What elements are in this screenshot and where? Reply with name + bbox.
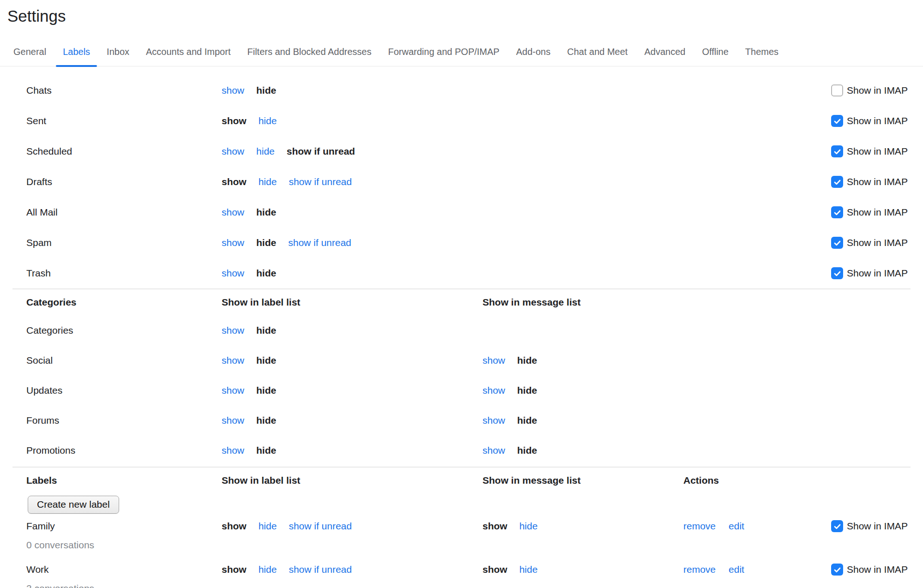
label-name: Scheduled: [26, 146, 222, 157]
show-in-imap-label: Show in IMAP: [847, 85, 908, 96]
option-show[interactable]: show: [483, 445, 505, 456]
edit-link[interactable]: edit: [729, 564, 744, 575]
label-name: Sent: [26, 115, 222, 126]
column-show-in-label-list: Show in label list: [222, 475, 483, 486]
option-show[interactable]: show: [483, 385, 505, 396]
option-show[interactable]: show: [222, 385, 244, 396]
row-spam: Spamshowhideshow if unreadShow in IMAP: [0, 228, 923, 258]
categories-header-title: Categories: [26, 297, 222, 308]
option-hide: hide: [256, 85, 276, 96]
option-show-if-unread[interactable]: show if unread: [289, 176, 352, 187]
column-actions: Actions: [683, 475, 831, 486]
option-hide[interactable]: hide: [259, 176, 277, 187]
label-name: Drafts: [26, 176, 222, 187]
labels-section: Labels Show in label list Show in messag…: [0, 468, 923, 588]
tab-accounts-and-import[interactable]: Accounts and Import: [145, 40, 231, 66]
remove-link[interactable]: remove: [683, 564, 716, 575]
option-show[interactable]: show: [222, 325, 244, 336]
option-show: show: [483, 564, 507, 575]
categories-header: Categories Show in label list Show in me…: [0, 289, 923, 315]
show-in-imap-checkbox-work[interactable]: [831, 564, 843, 576]
option-show[interactable]: show: [222, 445, 244, 456]
tab-filters-and-blocked-addresses[interactable]: Filters and Blocked Addresses: [247, 40, 372, 66]
show-in-imap-checkbox-sent[interactable]: [831, 115, 843, 127]
show-in-imap-checkbox-drafts[interactable]: [831, 176, 843, 188]
checkmark-icon: [833, 239, 842, 247]
remove-link[interactable]: remove: [683, 521, 716, 532]
tab-inbox[interactable]: Inbox: [106, 40, 130, 66]
option-show-if-unread[interactable]: show if unread: [289, 564, 352, 575]
show-in-imap-label: Show in IMAP: [847, 207, 908, 218]
show-in-imap-label: Show in IMAP: [847, 176, 908, 187]
option-hide[interactable]: hide: [259, 115, 277, 126]
option-hide[interactable]: hide: [519, 564, 538, 575]
checkmark-icon: [833, 147, 842, 156]
tab-chat-and-meet[interactable]: Chat and Meet: [567, 40, 628, 66]
checkmark-icon: [833, 269, 842, 278]
show-in-imap-label: Show in IMAP: [847, 237, 908, 248]
option-hide[interactable]: hide: [256, 146, 275, 157]
row-work: Workshowhideshow if unreadshowhideremove…: [0, 559, 923, 580]
checkmark-icon: [833, 208, 842, 217]
labels-header-title: Labels: [26, 475, 222, 486]
row-trash: TrashshowhideShow in IMAP: [0, 258, 923, 288]
categories-section: Categories Show in label list Show in me…: [0, 289, 923, 465]
option-hide: hide: [517, 445, 537, 456]
checkmark-icon: [833, 178, 842, 186]
option-show[interactable]: show: [222, 415, 244, 426]
option-show[interactable]: show: [222, 85, 244, 96]
option-show[interactable]: show: [222, 146, 244, 157]
create-new-label-button[interactable]: Create new label: [28, 496, 119, 514]
option-hide[interactable]: hide: [259, 564, 277, 575]
label-name: Categories: [26, 325, 222, 336]
option-hide[interactable]: hide: [519, 521, 538, 532]
option-hide[interactable]: hide: [259, 521, 277, 532]
show-in-imap-checkbox-spam[interactable]: [831, 237, 843, 249]
checkmark-icon: [833, 117, 842, 126]
option-hide: hide: [517, 355, 537, 366]
tab-advanced[interactable]: Advanced: [644, 40, 686, 66]
option-hide: hide: [256, 237, 276, 248]
show-in-imap-checkbox-family[interactable]: [831, 520, 843, 532]
show-in-imap-checkbox-chats[interactable]: [831, 84, 843, 96]
show-in-imap-label: Show in IMAP: [847, 564, 908, 575]
show-in-imap-checkbox-scheduled[interactable]: [831, 145, 843, 157]
gmail-settings-page: Settings GeneralLabelsInboxAccounts and …: [0, 0, 923, 588]
row-forums: Forumsshowhideshowhide: [0, 405, 923, 435]
show-in-imap-checkbox-all-mail[interactable]: [831, 206, 843, 218]
column-show-in-message-list: Show in message list: [483, 297, 683, 308]
tab-add-ons[interactable]: Add-ons: [516, 40, 551, 66]
option-hide: hide: [256, 415, 276, 426]
label-name: Updates: [26, 385, 222, 396]
option-show[interactable]: show: [222, 355, 244, 366]
option-show[interactable]: show: [483, 415, 505, 426]
label-name: Forums: [26, 415, 222, 426]
option-show: show: [222, 115, 247, 126]
option-hide: hide: [256, 385, 276, 396]
row-promotions: Promotionsshowhideshowhide: [0, 435, 923, 465]
option-show-if-unread[interactable]: show if unread: [288, 237, 351, 248]
option-show: show: [222, 176, 247, 187]
option-show[interactable]: show: [483, 355, 505, 366]
option-show[interactable]: show: [222, 237, 244, 248]
show-in-imap-label: Show in IMAP: [847, 115, 908, 126]
option-hide: hide: [517, 415, 537, 426]
edit-link[interactable]: edit: [729, 521, 744, 532]
option-show: show: [483, 521, 507, 532]
tab-forwarding-and-pop-imap[interactable]: Forwarding and POP/IMAP: [388, 40, 500, 66]
label-name: Trash: [26, 268, 222, 279]
label-name: Work: [26, 564, 222, 575]
option-show[interactable]: show: [222, 268, 244, 279]
tab-offline[interactable]: Offline: [701, 40, 729, 66]
tab-labels[interactable]: Labels: [62, 40, 90, 66]
option-show-if-unread[interactable]: show if unread: [289, 521, 352, 532]
option-show-if-unread: show if unread: [287, 146, 355, 157]
label-name: Chats: [26, 85, 222, 96]
show-in-imap-checkbox-trash[interactable]: [831, 267, 843, 279]
tab-themes[interactable]: Themes: [745, 40, 779, 66]
tab-general[interactable]: General: [13, 40, 47, 66]
option-show[interactable]: show: [222, 207, 244, 218]
checkmark-icon: [833, 565, 842, 574]
row-sent: SentshowhideShow in IMAP: [0, 106, 923, 136]
settings-tab-bar: GeneralLabelsInboxAccounts and ImportFil…: [0, 40, 923, 66]
